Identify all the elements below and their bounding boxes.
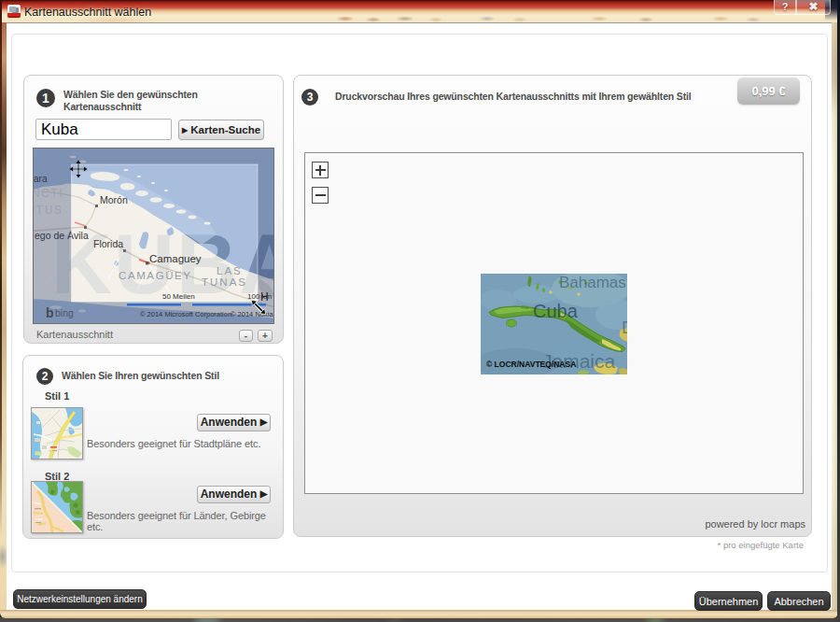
svg-text:ara: ara	[34, 174, 48, 184]
svg-text:H: H	[260, 290, 269, 304]
svg-text:© 2014 Nokia: © 2014 Nokia	[231, 310, 273, 318]
svg-text:© LOCR/NAVTEQ/NASA: © LOCR/NAVTEQ/NASA	[486, 360, 576, 369]
svg-text:Cuba: Cuba	[533, 301, 579, 321]
svg-text:LAS: LAS	[217, 265, 243, 276]
svg-text:Florida: Florida	[93, 238, 123, 249]
svg-text:Morón: Morón	[100, 194, 128, 205]
svg-text:b: b	[46, 305, 54, 320]
svg-text:© 2014 Microsoft Corporation: © 2014 Microsoft Corporation	[140, 310, 231, 318]
svg-text:Bahamas: Bahamas	[559, 274, 626, 291]
svg-text:D: D	[622, 318, 627, 337]
svg-text:50 Meilen: 50 Meilen	[162, 292, 195, 301]
svg-text:TUNAS: TUNAS	[202, 276, 247, 288]
svg-text:NCTI: NCTI	[34, 187, 63, 200]
svg-text:ITUS: ITUS	[34, 204, 63, 217]
svg-text:CAMAGÜEY: CAMAGÜEY	[119, 270, 192, 281]
svg-text:Camaguey: Camaguey	[149, 253, 202, 264]
svg-text:bing: bing	[55, 307, 74, 318]
